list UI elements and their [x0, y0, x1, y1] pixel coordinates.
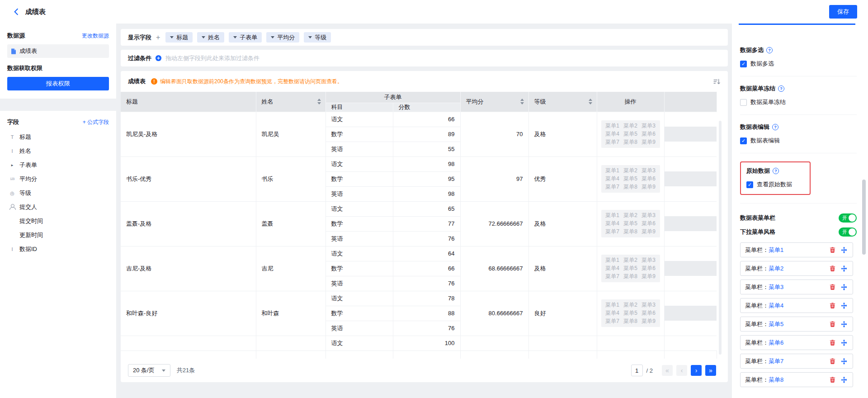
sidebar-field-item[interactable]: T标题 [7, 130, 109, 144]
ops-menu-item[interactable]: 菜单8 [623, 183, 637, 191]
sort-arrows-icon[interactable] [589, 99, 592, 104]
ops-menu-item[interactable]: 菜单7 [605, 183, 619, 191]
current-page-box[interactable]: 1 [631, 365, 643, 376]
ops-menu-item[interactable]: 菜单2 [623, 301, 637, 309]
ops-menu-item[interactable]: 菜单6 [642, 175, 656, 183]
sidebar-field-item[interactable]: I数据ID [7, 242, 109, 256]
field-chip[interactable]: 平均分 [266, 32, 299, 43]
ops-menu-item[interactable]: 菜单3 [642, 212, 656, 219]
checkbox-row[interactable]: ✓数据表编辑 [740, 137, 857, 145]
delete-icon[interactable] [828, 320, 836, 328]
help-icon[interactable]: ? [778, 85, 784, 92]
ops-menu-item[interactable]: 菜单9 [642, 273, 656, 280]
column-header-grade[interactable]: 等级 [528, 92, 597, 112]
delete-icon[interactable] [828, 302, 836, 310]
ops-menu-item[interactable]: 菜单2 [623, 256, 637, 264]
ops-menu-item[interactable]: 菜单1 [605, 256, 619, 264]
sidebar-field-item[interactable]: 123平均分 [7, 172, 109, 186]
help-icon[interactable]: ? [773, 168, 779, 174]
move-icon[interactable] [840, 302, 848, 310]
menu-link[interactable]: 菜单8 [769, 376, 783, 383]
add-filter-icon[interactable] [155, 55, 162, 62]
column-header-name[interactable]: 姓名 [256, 92, 326, 112]
menu-bar-toggle[interactable]: 开 [839, 213, 857, 223]
delete-icon[interactable] [828, 376, 836, 384]
table-scrollbar[interactable] [719, 121, 722, 355]
menu-link[interactable]: 菜单2 [769, 265, 783, 272]
checkbox[interactable] [740, 99, 747, 106]
delete-icon[interactable] [828, 339, 836, 347]
checkbox[interactable]: ✓ [740, 137, 747, 144]
ops-menu-item[interactable]: 菜单5 [623, 175, 637, 183]
sidebar-field-item[interactable]: I姓名 [7, 144, 109, 158]
ops-menu-item[interactable]: 菜单5 [623, 309, 637, 317]
delete-icon[interactable] [828, 283, 836, 291]
ops-menu-item[interactable]: 菜单7 [605, 228, 619, 236]
ops-menu-item[interactable]: 菜单8 [623, 317, 637, 325]
move-icon[interactable] [840, 283, 848, 291]
sidebar-field-item[interactable]: ◎等级 [7, 186, 109, 200]
menu-link[interactable]: 菜单1 [769, 246, 783, 253]
ops-menu-item[interactable]: 菜单5 [623, 130, 637, 138]
report-permission-button[interactable]: 报表权限 [7, 77, 109, 90]
field-chip[interactable]: 姓名 [197, 32, 224, 43]
checkbox[interactable]: ✓ [746, 181, 753, 188]
menu-link[interactable]: 菜单6 [769, 339, 783, 346]
add-field-icon[interactable]: + [156, 33, 160, 42]
pagination-prev-button[interactable]: ‹ [676, 365, 687, 376]
ops-menu-item[interactable]: 菜单9 [642, 183, 656, 191]
ops-menu-item[interactable]: 菜单1 [605, 122, 619, 130]
pagination-next-button[interactable]: › [691, 365, 702, 376]
ops-menu-item[interactable]: 菜单1 [605, 301, 619, 309]
delete-icon[interactable] [828, 265, 836, 273]
ops-menu-item[interactable]: 菜单4 [605, 130, 619, 138]
panel-scrollbar[interactable] [862, 180, 866, 255]
sidebar-field-item[interactable]: 更新时间 [7, 228, 109, 242]
field-chip[interactable]: 等级 [304, 32, 331, 43]
ops-menu-item[interactable]: 菜单4 [605, 265, 619, 272]
ops-menu-item[interactable]: 菜单5 [623, 265, 637, 272]
ops-menu-item[interactable]: 菜单7 [605, 138, 619, 146]
ops-menu-item[interactable]: 菜单9 [642, 228, 656, 236]
sort-arrows-icon[interactable] [317, 99, 321, 104]
ops-menu-item[interactable]: 菜单9 [642, 138, 656, 146]
ops-menu-item[interactable]: 菜单4 [605, 175, 619, 183]
ops-menu-item[interactable]: 菜单3 [642, 256, 656, 264]
ops-menu-item[interactable]: 菜单8 [623, 138, 637, 146]
delete-icon[interactable] [828, 246, 836, 254]
ops-menu-item[interactable]: 菜单3 [642, 122, 656, 130]
back-icon[interactable] [11, 6, 22, 17]
delete-icon[interactable] [828, 357, 836, 365]
help-icon[interactable]: ? [766, 47, 773, 53]
field-chip[interactable]: 子表单 [229, 32, 262, 43]
save-button[interactable]: 保存 [829, 5, 857, 19]
ops-menu-item[interactable]: 菜单6 [642, 309, 656, 317]
menu-link[interactable]: 菜单7 [769, 358, 783, 365]
ops-menu-item[interactable]: 菜单6 [642, 220, 656, 227]
help-icon[interactable]: ? [772, 124, 778, 130]
checkbox-row[interactable]: 数据菜单冻结 [740, 98, 857, 106]
ops-menu-item[interactable]: 菜单5 [623, 220, 637, 227]
dropdown-style-toggle[interactable]: 开 [839, 227, 857, 237]
ops-menu-item[interactable]: 菜单6 [642, 130, 656, 138]
formula-field-link[interactable]: + 公式字段 [83, 118, 109, 126]
ops-menu-item[interactable]: 菜单3 [642, 301, 656, 309]
move-icon[interactable] [840, 265, 848, 273]
pagination-first-button[interactable]: « [662, 365, 673, 376]
ops-menu-item[interactable]: 菜单3 [642, 167, 656, 175]
ops-menu-item[interactable]: 菜单1 [605, 212, 619, 219]
ops-menu-item[interactable]: 菜单2 [623, 212, 637, 219]
move-icon[interactable] [840, 320, 848, 328]
sidebar-field-item[interactable]: 提交时间 [7, 214, 109, 228]
ops-menu-item[interactable]: 菜单2 [623, 122, 637, 130]
menu-link[interactable]: 菜单4 [769, 302, 783, 309]
column-header-avg[interactable]: 平均分 [460, 92, 528, 112]
move-icon[interactable] [840, 357, 848, 365]
ops-menu-item[interactable]: 菜单6 [642, 265, 656, 272]
menu-link[interactable]: 菜单3 [769, 284, 783, 290]
pagination-last-button[interactable]: » [705, 365, 716, 376]
page-size-select[interactable]: 20 条/页 [128, 364, 170, 377]
checkbox[interactable]: ✓ [740, 61, 747, 67]
ops-menu-item[interactable]: 菜单8 [623, 273, 637, 280]
checkbox-row[interactable]: ✓数据多选 [740, 60, 857, 68]
